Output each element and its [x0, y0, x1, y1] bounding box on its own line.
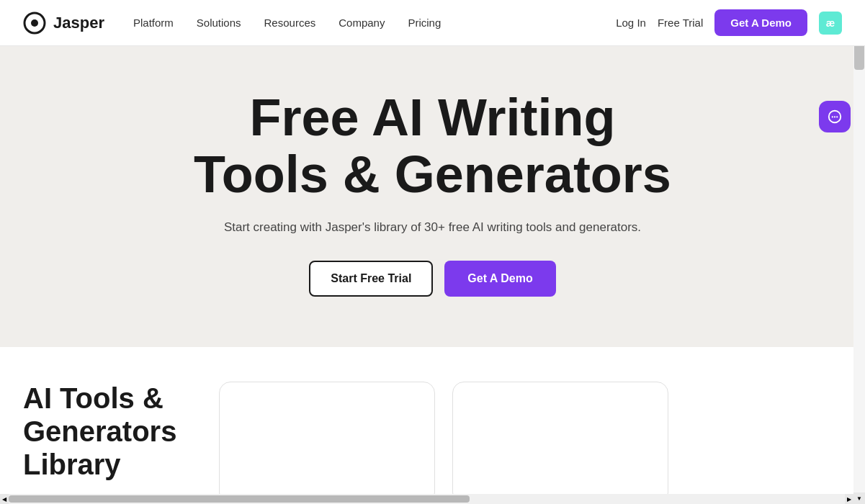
- hero-section: Free AI Writing Tools & Generators Start…: [0, 46, 865, 347]
- scroll-right-arrow[interactable]: ▶: [845, 494, 853, 504]
- horizontal-scrollbar[interactable]: ◀ ▶: [0, 494, 853, 504]
- nav-item-platform[interactable]: Platform: [133, 17, 174, 30]
- svg-point-1: [31, 19, 38, 27]
- scroll-left-arrow[interactable]: ◀: [0, 494, 9, 504]
- hero-title: Free AI Writing Tools & Generators: [194, 89, 671, 203]
- get-demo-hero-button[interactable]: Get A Demo: [444, 261, 555, 297]
- hero-subtitle: Start creating with Jasper's library of …: [224, 220, 641, 235]
- chat-bubble-button[interactable]: [819, 101, 851, 132]
- tool-card-2[interactable]: [452, 382, 668, 504]
- hero-buttons: Start Free Trial Get A Demo: [309, 261, 555, 297]
- library-section: AI Tools & Generators Library: [0, 347, 865, 504]
- horizontal-scrollbar-track: [9, 494, 845, 504]
- navbar-right: Log In Free Trial Get A Demo æ: [616, 9, 842, 36]
- svg-point-5: [836, 116, 838, 117]
- chat-icon: [827, 109, 843, 125]
- vertical-scrollbar[interactable]: ▲ ▼: [853, 0, 865, 504]
- navbar: Jasper Platform Solutions Resources Comp…: [0, 0, 865, 46]
- svg-point-4: [834, 116, 835, 117]
- tool-card-1[interactable]: [219, 382, 435, 504]
- logo[interactable]: Jasper: [23, 12, 104, 35]
- nav-item-pricing[interactable]: Pricing: [408, 17, 441, 30]
- nav-item-company[interactable]: Company: [339, 17, 385, 30]
- nav-links: Platform Solutions Resources Company Pri…: [133, 17, 441, 30]
- scrollbar-track: [853, 12, 865, 492]
- nav-item-solutions[interactable]: Solutions: [197, 17, 241, 30]
- horizontal-scrollbar-thumb[interactable]: [9, 495, 470, 503]
- start-free-trial-button[interactable]: Start Free Trial: [309, 261, 433, 297]
- scroll-down-arrow[interactable]: ▼: [853, 492, 865, 504]
- brand-name: Jasper: [53, 14, 104, 32]
- user-avatar[interactable]: æ: [819, 12, 842, 35]
- section-title: AI Tools & Generators Library: [23, 382, 196, 481]
- get-demo-nav-button[interactable]: Get A Demo: [714, 9, 807, 36]
- free-trial-button[interactable]: Free Trial: [658, 17, 703, 29]
- svg-point-3: [832, 116, 833, 117]
- cards-row: [219, 382, 842, 504]
- jasper-logo-icon: [23, 12, 46, 35]
- nav-item-resources[interactable]: Resources: [264, 17, 316, 30]
- login-button[interactable]: Log In: [616, 17, 646, 29]
- navbar-left: Jasper Platform Solutions Resources Comp…: [23, 12, 441, 35]
